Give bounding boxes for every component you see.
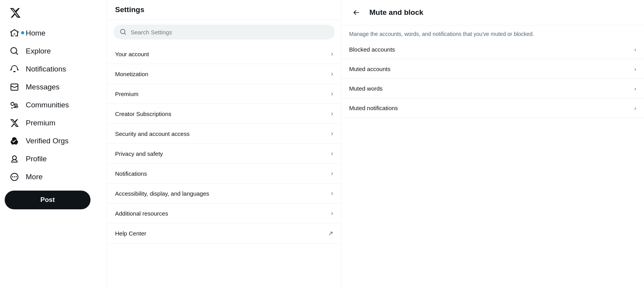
communities-label: Communities xyxy=(26,101,69,109)
main-nav: Home Explore Notifications xyxy=(5,24,102,186)
settings-item-privacy[interactable]: Privacy and safety › xyxy=(107,144,341,164)
more-icon xyxy=(9,172,20,182)
settings-header: Settings xyxy=(107,0,341,20)
chevron-right-icon: › xyxy=(331,130,333,137)
mute-block-item-muted-notifications[interactable]: Muted notifications › xyxy=(341,98,644,118)
home-notification-dot xyxy=(21,31,24,34)
profile-label: Profile xyxy=(26,155,47,163)
settings-title: Settings xyxy=(115,5,144,14)
settings-item-label-monetization: Monetization xyxy=(115,71,148,77)
settings-item-label-help-center: Help Center xyxy=(115,230,146,237)
mail-icon xyxy=(9,82,20,92)
notifications-label: Notifications xyxy=(26,65,66,73)
sidebar-item-more[interactable]: More xyxy=(5,168,102,186)
search-bar-container xyxy=(107,20,341,44)
mute-block-panel: Mute and block Manage the accounts, word… xyxy=(341,0,644,289)
muted-words-label: Muted words xyxy=(349,85,383,92)
muted-notifications-label: Muted notifications xyxy=(349,105,398,111)
settings-item-label-privacy: Privacy and safety xyxy=(115,150,163,157)
settings-item-accessibility[interactable]: Accessibility, display, and languages › xyxy=(107,184,341,203)
sidebar-item-notifications[interactable]: Notifications xyxy=(5,60,102,78)
home-icon xyxy=(9,28,20,38)
settings-item-label-your-account: Your account xyxy=(115,51,149,57)
settings-item-label-creator-subscriptions: Creator Subscriptions xyxy=(115,111,171,117)
chevron-right-icon: › xyxy=(634,66,636,72)
sidebar: Home Explore Notifications xyxy=(0,0,107,289)
explore-icon xyxy=(9,46,20,56)
chevron-right-icon: › xyxy=(331,90,333,97)
sidebar-item-communities[interactable]: Communities xyxy=(5,96,102,114)
settings-item-label-notifications: Notifications xyxy=(115,170,147,177)
settings-item-monetization[interactable]: Monetization › xyxy=(107,64,341,84)
search-icon xyxy=(120,29,127,36)
blocked-accounts-label: Blocked accounts xyxy=(349,46,395,53)
search-input[interactable] xyxy=(131,29,328,36)
settings-item-creator-subscriptions[interactable]: Creator Subscriptions › xyxy=(107,104,341,124)
premium-label: Premium xyxy=(26,119,55,127)
settings-item-security[interactable]: Security and account access › xyxy=(107,124,341,144)
chevron-right-icon: › xyxy=(634,85,636,92)
messages-label: Messages xyxy=(26,83,60,91)
back-button[interactable] xyxy=(349,5,363,20)
settings-item-label-additional-resources: Additional resources xyxy=(115,210,168,217)
chevron-right-icon: › xyxy=(331,170,333,177)
settings-item-notifications[interactable]: Notifications › xyxy=(107,164,341,184)
settings-item-label-accessibility: Accessibility, display, and languages xyxy=(115,190,209,197)
settings-item-help-center[interactable]: Help Center ↗ xyxy=(107,223,341,244)
search-input-wrapper xyxy=(114,25,335,39)
x-premium-icon xyxy=(9,118,20,128)
verified-icon xyxy=(9,136,20,146)
more-label: More xyxy=(26,173,43,181)
home-label: Home xyxy=(26,29,46,37)
chevron-right-icon: › xyxy=(331,190,333,197)
settings-item-additional-resources[interactable]: Additional resources › xyxy=(107,203,341,223)
post-button[interactable]: Post xyxy=(5,191,90,209)
chevron-right-icon: › xyxy=(331,70,333,77)
bell-icon xyxy=(9,64,20,74)
explore-label: Explore xyxy=(26,47,51,55)
chevron-right-icon: › xyxy=(331,50,333,57)
chevron-right-icon: › xyxy=(634,105,636,111)
settings-item-your-account[interactable]: Your account › xyxy=(107,44,341,64)
external-link-icon: ↗ xyxy=(328,230,333,237)
settings-item-label-premium: Premium xyxy=(115,91,138,97)
settings-panel: Settings Your account › Monetization › P… xyxy=(107,0,341,289)
back-arrow-icon xyxy=(352,9,360,16)
chevron-right-icon: › xyxy=(634,46,636,53)
mute-block-item-muted-words[interactable]: Muted words › xyxy=(341,79,644,98)
settings-item-premium[interactable]: Premium › xyxy=(107,84,341,104)
x-logo[interactable] xyxy=(5,3,26,23)
right-panel-title: Mute and block xyxy=(369,8,423,17)
sidebar-item-verified-orgs[interactable]: Verified Orgs xyxy=(5,132,102,150)
sidebar-item-messages[interactable]: Messages xyxy=(5,78,102,96)
sidebar-item-explore[interactable]: Explore xyxy=(5,42,102,60)
chevron-right-icon: › xyxy=(331,110,333,117)
right-panel-description: Manage the accounts, words, and notifica… xyxy=(341,25,644,40)
settings-item-label-security: Security and account access xyxy=(115,130,190,137)
mute-block-item-muted-accounts[interactable]: Muted accounts › xyxy=(341,59,644,79)
mute-block-item-blocked-accounts[interactable]: Blocked accounts › xyxy=(341,40,644,59)
verified-orgs-label: Verified Orgs xyxy=(26,137,69,145)
muted-accounts-label: Muted accounts xyxy=(349,66,390,72)
person-icon xyxy=(9,154,20,164)
chevron-right-icon: › xyxy=(331,150,333,157)
right-panel-header: Mute and block xyxy=(341,0,644,25)
sidebar-item-profile[interactable]: Profile xyxy=(5,150,102,168)
communities-icon xyxy=(9,100,20,110)
sidebar-item-home[interactable]: Home xyxy=(5,24,102,42)
sidebar-item-premium[interactable]: Premium xyxy=(5,114,102,132)
chevron-right-icon: › xyxy=(331,210,333,217)
